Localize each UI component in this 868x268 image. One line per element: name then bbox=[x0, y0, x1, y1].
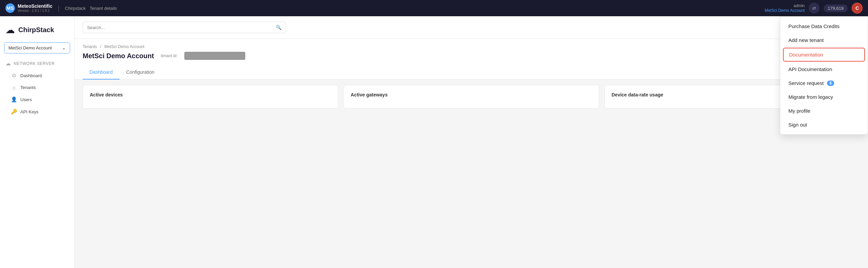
dropdown-my-profile[interactable]: My profile bbox=[780, 104, 868, 118]
breadcrumb-current: MetSci Demo Account bbox=[104, 44, 144, 49]
sidebar-item-users[interactable]: 👤 Users bbox=[0, 93, 74, 106]
service-request-badge: 6 bbox=[827, 81, 834, 86]
network-server-section-header: ☁ Network Server bbox=[0, 59, 74, 69]
logo-area: MS MeteoScientific Version : 1.9.1 / 1.9… bbox=[5, 3, 53, 13]
page-title: MetSci Demo Account bbox=[83, 52, 154, 60]
active-gateways-title: Active gateways bbox=[351, 92, 592, 97]
tenant-selector[interactable]: MetSci Demo Account ⌄ bbox=[4, 42, 70, 53]
credits-amount: 179,619 bbox=[828, 6, 844, 11]
breadcrumb: Tenants / MetSci Demo Account bbox=[83, 44, 860, 49]
page-title-row: MetSci Demo Account tenant id: bbox=[83, 52, 860, 65]
breadcrumb-parent[interactable]: Tenants bbox=[83, 44, 97, 49]
search-bar: 🔍 bbox=[83, 22, 286, 33]
tenant-id-value bbox=[184, 52, 245, 60]
sidebar-item-api-keys[interactable]: 🔑 API Keys bbox=[0, 106, 74, 118]
dropdown-migrate-legacy[interactable]: Migrate from legacy bbox=[780, 90, 868, 104]
user-dropdown-menu: Purchase Data Credits Add new tenant Doc… bbox=[780, 16, 868, 135]
chirpstack-logo-icon: ☁ bbox=[5, 24, 15, 36]
sidebar-item-dashboard[interactable]: ⊙ Dashboard bbox=[0, 69, 74, 82]
account-link[interactable]: MetSci Demo Account bbox=[765, 8, 805, 13]
sidebar-item-tenants[interactable]: ⌂ Tenants bbox=[0, 82, 74, 93]
active-gateways-card: Active gateways bbox=[344, 85, 599, 109]
chevron-down-icon: ⌄ bbox=[62, 45, 66, 50]
users-icon: 👤 bbox=[11, 96, 17, 103]
main-content-area: 🔍 Tenants / MetSci Demo Account MetSci D… bbox=[75, 16, 868, 268]
tab-configuration[interactable]: Configuration bbox=[120, 65, 161, 80]
tenant-name: MetSci Demo Account bbox=[8, 45, 52, 50]
tab-dashboard[interactable]: Dashboard bbox=[83, 65, 120, 80]
user-info: admin MetSci Demo Account bbox=[765, 3, 805, 13]
sidebar: ☁ ChirpStack MetSci Demo Account ⌄ ☁ Net… bbox=[0, 16, 75, 268]
dropdown-sign-out[interactable]: Sign out bbox=[780, 118, 868, 132]
search-icon: 🔍 bbox=[276, 25, 282, 30]
top-navigation: MS MeteoScientific Version : 1.9.1 / 1.9… bbox=[0, 0, 868, 16]
nav-chirpstack-link[interactable]: Chirpstack bbox=[65, 6, 85, 11]
api-keys-icon: 🔑 bbox=[11, 109, 17, 115]
chirpstack-logo-text: ChirpStack bbox=[18, 26, 54, 34]
nav-separator: | bbox=[58, 5, 60, 12]
main-header: 🔍 bbox=[75, 16, 868, 39]
cloud-icon: ☁ bbox=[5, 60, 11, 67]
brand-logo-icon: MS bbox=[5, 3, 15, 13]
brand-name: MeteoScientific bbox=[18, 3, 53, 9]
breadcrumb-separator: / bbox=[100, 44, 101, 49]
nav-right-section: admin MetSci Demo Account ⇄ 179,619 C bbox=[765, 3, 863, 14]
nav-tenant-details-link[interactable]: Tenant details bbox=[90, 6, 117, 11]
exchange-icon-button[interactable]: ⇄ bbox=[809, 3, 820, 14]
tenant-id-label: tenant id: bbox=[161, 53, 177, 58]
dashboard-grid: Active devices Active gateways Device da… bbox=[75, 80, 868, 114]
page-content: Tenants / MetSci Demo Account MetSci Dem… bbox=[75, 39, 868, 114]
active-devices-title: Active devices bbox=[90, 92, 331, 97]
version-label: Version : 1.9.1 / 1.9.1 bbox=[18, 9, 53, 13]
tabs-navigation: Dashboard Configuration bbox=[75, 65, 868, 80]
dropdown-add-tenant[interactable]: Add new tenant bbox=[780, 33, 868, 47]
dropdown-purchase-credits[interactable]: Purchase Data Credits bbox=[780, 19, 868, 33]
dropdown-documentation[interactable]: Documentation bbox=[783, 48, 865, 62]
admin-label: admin bbox=[765, 3, 805, 8]
credits-display: 179,619 bbox=[824, 4, 848, 12]
tenants-icon: ⌂ bbox=[11, 85, 17, 90]
dropdown-api-documentation[interactable]: API Documentation bbox=[780, 62, 868, 76]
dropdown-service-request[interactable]: Service request 6 bbox=[780, 76, 868, 90]
search-input[interactable] bbox=[87, 25, 273, 30]
sidebar-logo: ☁ ChirpStack bbox=[0, 22, 74, 42]
breadcrumb-section: Tenants / MetSci Demo Account MetSci Dem… bbox=[75, 39, 868, 65]
dashboard-icon: ⊙ bbox=[11, 72, 17, 79]
user-avatar-button[interactable]: C bbox=[852, 3, 863, 14]
active-devices-card: Active devices bbox=[83, 85, 338, 109]
